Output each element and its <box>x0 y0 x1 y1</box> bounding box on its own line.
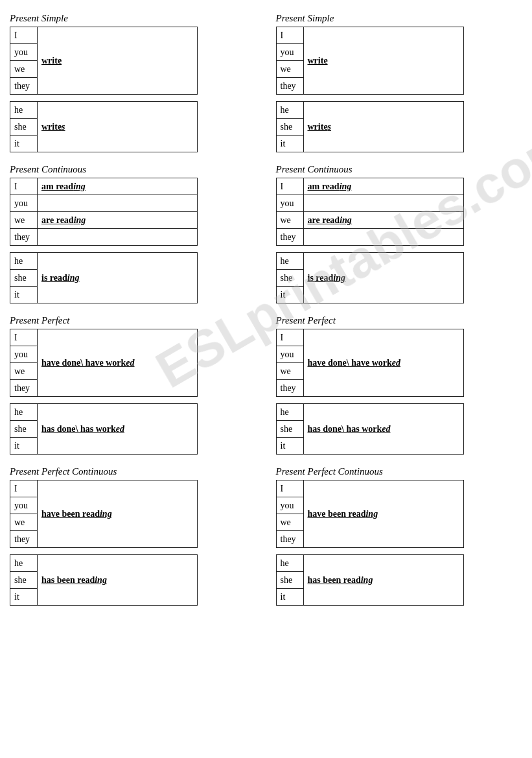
tense-block-pc-singular-right: he is reading she it <box>276 252 523 303</box>
table-row: he is reading <box>10 253 198 270</box>
right-column: Present Simple I write you we <box>276 13 523 617</box>
verb-cell: has been reading <box>303 555 463 606</box>
verb-cell: are reading <box>38 212 198 229</box>
subject-cell: he <box>276 253 303 270</box>
subject-cell: we <box>10 212 38 229</box>
verb-have-been-reading-left: have been reading <box>41 509 112 519</box>
subject-cell: they <box>276 531 303 548</box>
section-title-ps-right: Present Simple <box>276 13 523 24</box>
verb-have-done-left: have done\ have worked <box>41 358 135 368</box>
verb-has-done-right: has done\ has worked <box>308 424 391 434</box>
subject-cell: it <box>276 438 303 455</box>
subject-cell: you <box>276 44 303 61</box>
subject-cell: I <box>276 480 303 497</box>
verb-write-left: write <box>41 56 62 65</box>
verb-cell: are reading <box>303 212 463 229</box>
subject-cell: I <box>276 178 303 195</box>
section-title-ps-left: Present Simple <box>10 13 257 24</box>
table-row: I have been reading <box>10 480 198 497</box>
table-row: I have done\ have worked <box>276 329 463 346</box>
section-ppc-left: Present Perfect Continuous I have been r… <box>10 466 257 606</box>
table-pp-plural-left: I have done\ have worked you we they <box>10 329 198 397</box>
tense-block-pp-plural-left: I have done\ have worked you we they <box>10 329 257 397</box>
table-ppc-singular-left: he has been reading she it <box>10 554 198 606</box>
table-row: I am reading <box>276 178 463 195</box>
verb-has-been-reading-right: has been reading <box>308 575 373 585</box>
subject-cell: we <box>10 514 38 531</box>
table-row: he has done\ has worked <box>10 404 198 421</box>
table-row: you <box>10 195 198 212</box>
subject-cell: he <box>276 102 303 119</box>
section-title-ppc-left: Present Perfect Continuous <box>10 466 257 477</box>
subject-cell: she <box>276 119 303 136</box>
table-row: we are reading <box>276 212 463 229</box>
subject-cell: it <box>276 136 303 152</box>
table-row: I have been reading <box>276 480 463 497</box>
subject-cell: it <box>10 589 38 606</box>
tense-block-ppc-singular-right: he has been reading she it <box>276 554 523 606</box>
subject-cell: they <box>10 380 38 397</box>
table-pp-singular-left: he has done\ has worked she it <box>10 403 198 455</box>
tense-block-pc-plural-right: I am reading you we are reading <box>276 178 523 246</box>
table-row: he writes <box>10 102 198 119</box>
verb-cell: have been reading <box>303 480 463 548</box>
subject-cell: I <box>10 329 38 346</box>
table-pp-singular-right: he has done\ has worked she it <box>276 403 464 455</box>
subject-cell: he <box>10 404 38 421</box>
verb-writes-left: writes <box>41 122 65 132</box>
subject-cell: you <box>10 44 38 61</box>
verb-cell <box>303 229 463 246</box>
table-pp-plural-right: I have done\ have worked you we they <box>276 329 464 397</box>
tense-block-ppc-plural-right: I have been reading you we they <box>276 480 523 548</box>
verb-cell: has done\ has worked <box>38 404 198 455</box>
verb-cell <box>303 195 463 212</box>
subject-cell: it <box>10 287 38 303</box>
subject-cell: she <box>276 270 303 287</box>
section-present-simple-left: Present Simple I write you we <box>10 13 257 152</box>
subject-cell: they <box>10 531 38 548</box>
tense-block-ppc-plural-left: I have been reading you we they <box>10 480 257 548</box>
subject-cell: she <box>10 421 38 438</box>
table-row: he has been reading <box>10 555 198 572</box>
verb-cell <box>38 195 198 212</box>
section-title-pc-left: Present Continuous <box>10 164 257 175</box>
subject-cell: you <box>276 346 303 363</box>
section-title-ppc-right: Present Perfect Continuous <box>276 466 523 477</box>
verb-cell <box>38 229 198 246</box>
subject-cell: I <box>10 480 38 497</box>
table-row: you <box>276 195 463 212</box>
tense-block-pp-plural-right: I have done\ have worked you we they <box>276 329 523 397</box>
verb-am-reading-right: am reading <box>308 182 352 191</box>
tense-block-pp-singular-right: he has done\ has worked she it <box>276 403 523 455</box>
verb-writes-right: writes <box>308 122 332 132</box>
section-title-pp-right: Present Perfect <box>276 315 523 326</box>
table-ps-plural-right: I write you we they <box>276 27 464 95</box>
verb-has-done-left: has done\ has worked <box>41 424 124 434</box>
verb-have-done-right: have done\ have worked <box>308 358 401 368</box>
table-ps-plural-left: I write you we they <box>10 27 198 95</box>
table-row: I have done\ have worked <box>10 329 198 346</box>
subject-cell: you <box>276 195 303 212</box>
verb-cell: am reading <box>38 178 198 195</box>
table-pc-singular-left: he is reading she it <box>10 252 198 303</box>
verb-cell: write <box>303 27 463 95</box>
verb-am-reading-left: am reading <box>41 182 86 191</box>
table-pc-plural-left: I am reading you we are reading <box>10 178 198 246</box>
subject-cell: they <box>10 78 38 95</box>
subject-cell: she <box>276 572 303 589</box>
verb-cell: is reading <box>303 253 463 303</box>
subject-cell: we <box>276 212 303 229</box>
verb-cell: is reading <box>38 253 198 303</box>
tense-block-ppc-singular-left: he has been reading she it <box>10 554 257 606</box>
section-present-continuous-right: Present Continuous I am reading you we <box>276 164 523 303</box>
table-ppc-singular-right: he has been reading she it <box>276 554 464 606</box>
verb-is-reading-left: is reading <box>41 273 80 283</box>
subject-cell: he <box>10 555 38 572</box>
section-present-perfect-right: Present Perfect I have done\ have worked… <box>276 315 523 455</box>
subject-cell: he <box>276 404 303 421</box>
table-row: he writes <box>276 102 463 119</box>
table-row: I am reading <box>10 178 198 195</box>
section-title-pc-right: Present Continuous <box>276 164 523 175</box>
table-ps-singular-right: he writes she it <box>276 101 464 152</box>
subject-cell: I <box>276 27 303 44</box>
